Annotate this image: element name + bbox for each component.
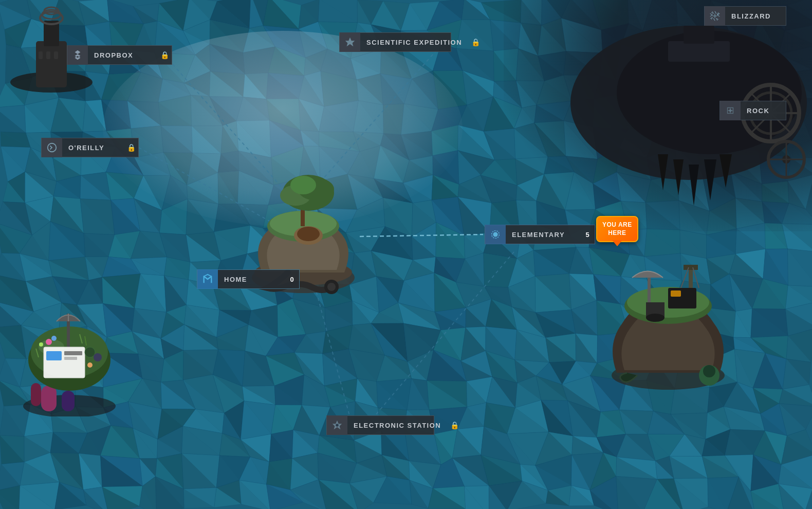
svg-point-92 [493, 232, 497, 237]
oreilly-label-text: O'REILLY [62, 144, 124, 152]
elementary-location[interactable]: ELEMENTARY 5 [485, 225, 595, 244]
home-icon-box [197, 269, 218, 289]
scientific-icon-box [340, 32, 360, 52]
you-are-here-bubble: YOU ARE HERE [596, 216, 638, 242]
scientific-expedition-location[interactable]: SCIENTIFIC EXPEDITION 🔒 [339, 32, 451, 52]
dropbox-location[interactable]: DROPBOX 🔒 [67, 45, 172, 65]
dropbox-lock-icon: 🔒 [157, 45, 172, 65]
scientific-label-text: SCIENTIFIC EXPEDITION [360, 39, 468, 46]
elementary-count-badge: 5 [580, 225, 595, 244]
svg-point-95 [336, 424, 339, 427]
rock-icon-box [720, 101, 741, 120]
dropbox-label-text: DROPBOX [88, 51, 157, 59]
you-are-here-line1: YOU ARE [602, 221, 632, 228]
home-count-badge: 0 [285, 269, 299, 289]
svg-marker-88 [345, 38, 355, 46]
you-are-here-line2: HERE [608, 229, 626, 237]
scientific-lock-icon: 🔒 [468, 32, 483, 52]
electronic-label-text: ELECTRONIC STATION [347, 422, 447, 429]
home-label-text: HOME [218, 276, 285, 283]
blizzard-label-text: BLIZZARD [725, 12, 786, 20]
home-location[interactable]: HOME 0 [197, 269, 300, 289]
map-container: DROPBOX 🔒 O'REILLY 🔒 SCIENTIFIC EXPEDITI… [0, 0, 812, 509]
oreilly-location[interactable]: O'REILLY 🔒 [41, 138, 139, 157]
electronic-icon-box [327, 415, 347, 435]
elementary-label-text: ELEMENTARY [506, 231, 580, 239]
oreilly-icon-box [42, 138, 62, 157]
blizzard-location[interactable]: BLIZZARD [704, 6, 786, 26]
elementary-icon-box [485, 225, 506, 244]
rock-label-text: ROCK [741, 107, 786, 115]
electronic-lock-icon: 🔒 [447, 415, 462, 435]
svg-marker-90 [728, 108, 733, 114]
electronic-station-location[interactable]: ELECTRONIC STATION 🔒 [326, 415, 434, 435]
dropbox-icon-box [67, 45, 88, 65]
rock-location[interactable]: ROCK [719, 101, 786, 120]
you-are-here-marker: YOU ARE HERE [596, 216, 638, 242]
blizzard-icon-box [705, 6, 725, 26]
oreilly-lock-icon: 🔒 [124, 138, 138, 157]
svg-marker-89 [712, 13, 718, 19]
